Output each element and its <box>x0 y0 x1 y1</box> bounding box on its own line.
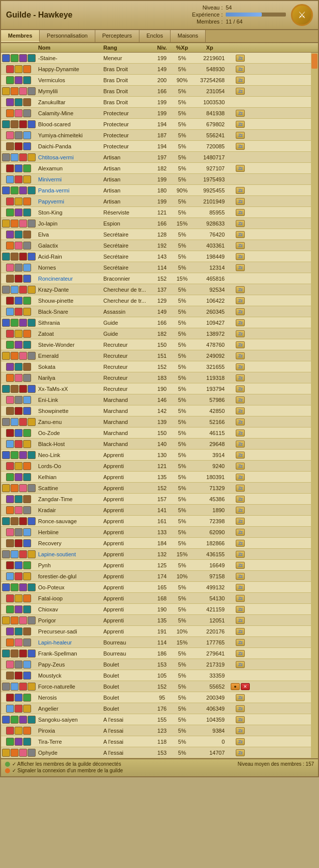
table-row[interactable]: KelhianApprenti1355%180391Zz <box>1 472 311 483</box>
table-row[interactable]: Black-SnareAssassin1495%260345Zz <box>1 306 311 317</box>
zz-icon[interactable]: Zz <box>236 551 245 558</box>
table-row[interactable]: PorigorApprenti1355%12051Zz <box>1 615 311 626</box>
zz-icon[interactable]: Zz <box>236 639 245 646</box>
zz-icon[interactable]: Zz <box>236 573 245 580</box>
row-actions[interactable]: Zz <box>228 727 253 735</box>
table-row[interactable]: Frank-SpellmanBourreau1865%279641Zz <box>1 648 311 659</box>
row-actions[interactable]: Zz <box>228 661 253 669</box>
table-row[interactable]: AngelierBoulet1765%406349Zz <box>1 703 311 714</box>
zz-icon[interactable]: Zz <box>236 628 245 635</box>
zz-icon[interactable]: Zz <box>236 749 245 756</box>
table-row[interactable]: Papy-ZeusBoulet1535%217319Zz <box>1 659 311 670</box>
row-actions[interactable]: Zz <box>228 396 253 404</box>
table-row[interactable]: Fatal-ioopApprenti1685%54130Zz <box>1 593 311 604</box>
zz-icon[interactable]: Zz <box>236 286 245 293</box>
zz-icon[interactable]: Zz <box>236 198 245 205</box>
row-actions[interactable]: Zz <box>228 583 253 591</box>
table-row[interactable]: AlexamunArtisan1825%927107Zz <box>1 163 311 174</box>
row-actions[interactable]: Zz <box>228 550 253 558</box>
row-actions[interactable]: Zz <box>228 330 253 338</box>
row-actions[interactable]: Zz <box>228 352 253 360</box>
zz-icon[interactable]: Zz <box>236 297 245 304</box>
row-actions[interactable]: Zz <box>228 440 253 448</box>
row-actions[interactable]: Zz <box>228 638 253 646</box>
row-actions[interactable]: Zz <box>228 539 253 547</box>
zz-icon[interactable]: Zz <box>236 650 245 657</box>
zz-icon[interactable]: Zz <box>236 716 245 723</box>
scrollbar[interactable] <box>311 53 318 758</box>
table-row[interactable]: Neo-LinkApprenti1305%3914Zz <box>1 450 311 461</box>
table-row[interactable]: ZanukulltarBras Droit1995%1003530 <box>1 97 311 108</box>
remove-icon[interactable]: ✕ <box>241 683 250 690</box>
table-row[interactable]: Happy-DynamiteBras Droit1495%548930Zz <box>1 64 311 75</box>
table-row[interactable]: MinivermiArtisan1995%1975493 <box>1 174 311 185</box>
table-row[interactable]: ShowpinetteMarchand1425%42850Zz <box>1 405 311 416</box>
table-row[interactable]: Acid-RainSecrétaire1435%198449Zz <box>1 251 311 262</box>
table-row[interactable]: Krazy-DanteChercheur de tr...1375%92534Z… <box>1 284 311 295</box>
zz-icon[interactable]: Zz <box>236 606 245 613</box>
row-actions[interactable]: Zz <box>228 605 253 613</box>
row-actions[interactable]: Zz <box>228 208 253 216</box>
zz-icon[interactable]: Zz <box>236 496 245 503</box>
row-actions[interactable]: Zz <box>228 253 253 261</box>
row-actions[interactable]: Zz <box>228 109 253 117</box>
table-row[interactable]: Lapin-healeurBourreau11415%177765Zz <box>1 637 311 648</box>
row-actions[interactable]: Zz <box>228 627 253 635</box>
table-row[interactable]: OphydeA l'essai1535%14707Zz <box>1 747 311 758</box>
row-actions[interactable]: Zz <box>228 528 253 536</box>
table-row[interactable]: RecoveryApprenti1845%182866Zz <box>1 538 311 549</box>
row-actions[interactable]: Zz <box>228 197 253 205</box>
row-actions[interactable]: Zz <box>228 705 253 713</box>
zz-icon[interactable]: Zz <box>236 363 245 370</box>
zz-icon[interactable]: Zz <box>236 143 245 150</box>
row-actions[interactable]: Zz <box>228 572 253 580</box>
table-row[interactable]: Shouw-pinetteChercheur de tr...1295%1064… <box>1 295 311 306</box>
row-actions[interactable]: Zz <box>228 131 253 139</box>
row-name[interactable]: Lapine-soutient <box>36 551 101 557</box>
row-actions[interactable]: Zz <box>228 473 253 481</box>
table-row[interactable]: Zanu-enuMarchand1395%52166Zz <box>1 416 311 427</box>
table-row[interactable]: PiroxiaA l'essai1235%9384Zz <box>1 725 311 736</box>
zz-icon[interactable]: Zz <box>236 396 245 403</box>
row-actions[interactable]: Zz <box>228 297 253 305</box>
row-actions[interactable]: Zz <box>228 164 253 172</box>
zz-icon[interactable]: Zz <box>236 507 245 514</box>
row-name[interactable]: Panda-vermi <box>36 187 101 193</box>
table-row[interactable]: HerbiineApprenti1335%62090Zz <box>1 527 311 538</box>
row-actions[interactable]: Zz <box>228 363 253 371</box>
table-row[interactable]: SokataRecruteur1525%321655Zz <box>1 361 311 372</box>
table-row[interactable]: Yumiya-chimeitekiProtecteur1875%556241Zz <box>1 130 311 141</box>
table-row[interactable]: RoncinerateurBraconnier15215%465816 <box>1 273 311 284</box>
table-row[interactable]: KradairApprenti1415%1890Zz <box>1 505 311 516</box>
table-row[interactable]: PynhApprenti1255%16649Zz <box>1 560 311 571</box>
table-row[interactable]: Blood-scaredProtecteur1945%679802Zz <box>1 119 311 130</box>
row-name[interactable]: Lapin-healeur <box>36 639 101 645</box>
row-actions[interactable]: Zz <box>228 120 253 128</box>
zz-icon[interactable]: Zz <box>236 562 245 569</box>
table-row[interactable]: Eni-LinkMarchand1465%57986Zz <box>1 394 311 405</box>
row-actions[interactable]: Zz <box>228 716 253 724</box>
table-row[interactable]: Jo-lapinEspion16615%928633Zz <box>1 218 311 229</box>
zz-icon[interactable]: Zz <box>236 738 245 745</box>
table-row[interactable]: Tira-TerreA l'essai1185%0Zz <box>1 736 311 747</box>
tab-personnalisation[interactable]: Personnalisation <box>40 30 95 42</box>
tab-maisons[interactable]: Maisons <box>171 30 206 42</box>
orange-icon[interactable]: ● <box>231 683 240 690</box>
zz-icon[interactable]: Zz <box>236 77 245 84</box>
zz-icon[interactable]: Zz <box>236 253 245 260</box>
table-row[interactable]: Xx-TaMs-xXRecruteur1905%193794Zz <box>1 383 311 394</box>
row-actions[interactable]: Zz <box>228 451 253 459</box>
table-row[interactable]: Daichi-PandaProtecteur1945%720085Zz <box>1 141 311 152</box>
zz-icon[interactable]: Zz <box>236 474 245 481</box>
zz-icon[interactable]: Zz <box>236 463 245 470</box>
zz-icon[interactable]: Zz <box>236 661 245 668</box>
zz-icon[interactable]: Zz <box>236 584 245 591</box>
row-actions[interactable]: Zz <box>228 594 253 602</box>
row-actions[interactable]: Zz <box>228 517 253 525</box>
table-row[interactable]: Force-naturelleBoulet1525%55652●✕ <box>1 681 311 692</box>
row-actions[interactable]: ●✕ <box>228 683 253 691</box>
table-row[interactable]: Oo-PoteuxApprenti1655%499132Zz <box>1 582 311 593</box>
zz-icon[interactable]: Zz <box>236 352 245 359</box>
zz-icon[interactable]: Zz <box>236 418 245 425</box>
row-name[interactable]: Minivermi <box>36 176 101 182</box>
